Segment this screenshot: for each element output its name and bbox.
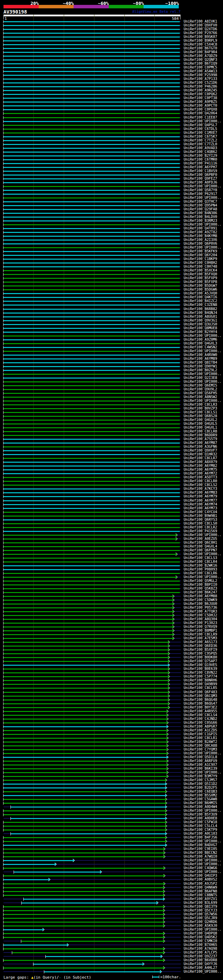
hit-label: UniRef100_C8CLR5 <box>184 686 217 690</box>
alignment-start-tick <box>3 476 3 479</box>
hit-alignment-line <box>3 332 180 333</box>
hit-label: UniRef100_C8CLS3 <box>184 556 217 560</box>
alignment-end-arrow-fill <box>163 890 165 893</box>
hit-label: UniRef100_UPI000.. <box>184 840 221 843</box>
alignment-start-tick <box>3 764 3 767</box>
hit-alignment-line <box>3 508 180 509</box>
hit-alignment-line <box>3 665 168 666</box>
hit-label: UniRef100_B0DK80 <box>184 655 217 659</box>
alignment-end-arrow-fill <box>165 802 167 805</box>
hit-label: UniRef100_Q19VE5 <box>184 663 217 667</box>
alignment-start-tick <box>3 20 3 23</box>
hit-alignment-line <box>3 921 163 923</box>
hit-alignment-line <box>3 48 180 49</box>
alignment-end-arrow-icon <box>163 932 165 935</box>
hit-alignment-line <box>3 554 176 555</box>
hit-label: UniRef100_C3ZEN8 <box>184 303 217 307</box>
hit-alignment-line <box>3 197 180 199</box>
alignment-end-arrow-fill <box>163 905 165 908</box>
hit-alignment-line <box>3 473 180 474</box>
hit-alignment-line <box>3 569 180 570</box>
alignment-start-tick <box>3 966 3 970</box>
hit-label: UniRef100_A0C103 <box>184 832 217 835</box>
alignment-end-arrow-fill <box>167 721 168 724</box>
hit-alignment-line <box>3 56 180 57</box>
hit-label: UniRef100_UPI000.. <box>184 349 221 353</box>
hit-label: UniRef100_C0PMC5 <box>184 66 217 69</box>
alignment-end-arrow-fill <box>172 629 174 632</box>
hit-alignment-line <box>3 33 180 34</box>
alignment-end-arrow-fill <box>168 687 170 689</box>
alignment-start-tick <box>3 606 3 609</box>
alignment-end-arrow-icon <box>167 710 168 713</box>
alignment-end-arrow-fill <box>168 675 170 678</box>
hit-alignment-line <box>3 776 167 777</box>
alignment-end-arrow-fill <box>168 691 170 694</box>
alignment-start-tick <box>3 47 3 50</box>
alignment-end-arrow-fill <box>172 625 174 628</box>
hit-label: UniRef100_Q8ITB4 <box>184 361 217 364</box>
alignment-start-tick <box>3 220 3 223</box>
hit-alignment-line <box>3 469 180 470</box>
hit-alignment-line <box>3 649 168 651</box>
alignment-start-tick <box>3 35 3 38</box>
alignment-start-tick <box>3 909 3 912</box>
hit-alignment-line <box>3 734 167 735</box>
hit-alignment-line <box>3 190 180 191</box>
hit-label: UniRef100_C6TDL5 <box>184 127 217 131</box>
hit-label: UniRef100_B5Y3U9 <box>184 813 217 816</box>
alignment-end-arrow-fill <box>163 966 165 969</box>
alignment-start-tick <box>3 192 3 196</box>
hit-label: UniRef100_B6QG48 <box>184 698 217 702</box>
hit-label: UniRef100_C4JND2 <box>184 717 217 721</box>
alignment-start-tick <box>3 633 3 636</box>
hit-alignment-line <box>3 535 176 536</box>
hit-label: UniRef100_B5FXQ0 <box>184 272 217 276</box>
hit-label: UniRef100_B8MBP1 <box>184 629 217 632</box>
alignment-start-tick <box>3 786 3 789</box>
hit-label: UniRef100_C5MKI0 <box>184 939 217 943</box>
alignment-start-tick <box>3 154 3 158</box>
hit-alignment-line <box>3 860 73 861</box>
alignment-end-arrow-fill <box>167 744 168 747</box>
hit-alignment-line <box>3 707 168 708</box>
hit-label: UniRef100_C5FW18 <box>184 821 217 824</box>
hit-label: UniRef100_Q4GXL3 <box>184 342 217 345</box>
hit-alignment-line <box>3 642 168 643</box>
scale-label: ~100% <box>144 1 179 6</box>
alignment-start-tick <box>3 59 3 62</box>
hit-alignment-line <box>3 289 180 290</box>
alignment-start-tick <box>3 538 3 541</box>
alignment-start-tick <box>3 369 3 372</box>
alignment-end-arrow-icon <box>165 778 167 782</box>
alignment-end-arrow-icon <box>168 655 170 659</box>
alignment-end-arrow-fill <box>165 817 167 820</box>
hit-label: UniRef100_B4KYM8 <box>184 234 217 238</box>
hit-alignment-line <box>3 864 55 865</box>
hit-alignment-line <box>3 270 180 271</box>
hit-alignment-line <box>3 427 180 428</box>
hit-label: UniRef100_A9Z0M6 <box>184 338 217 341</box>
alignment-start-tick <box>3 652 3 655</box>
alignment-start-tick <box>3 449 3 452</box>
hit-label: UniRef100_UPI000.. <box>184 552 221 556</box>
alignment-start-tick <box>3 415 3 418</box>
alignment-end-arrow-icon <box>165 817 167 820</box>
hit-label: UniRef100_Q9U9L2 <box>184 388 217 391</box>
hit-label: UniRef100_C0H748 <box>184 265 217 268</box>
hit-label: UniRef100_A6YM77 <box>184 499 217 502</box>
hit-alignment-line <box>3 558 180 558</box>
hit-alignment-line <box>3 90 180 91</box>
alignment-start-tick <box>3 24 3 27</box>
hit-alignment-line <box>3 504 180 505</box>
hit-label: UniRef100_A7QDZ9 <box>184 54 217 58</box>
hit-label: UniRef100_C5P774 <box>184 675 217 678</box>
alignment-end-arrow-icon <box>163 920 165 924</box>
hit-alignment-line <box>3 423 180 425</box>
alignment-start-tick <box>3 587 3 590</box>
hit-label: UniRef100_B4IZC2 <box>184 299 217 303</box>
alignment-start-tick <box>3 93 3 96</box>
alignment-start-tick <box>3 457 3 460</box>
hit-alignment-line <box>3 450 180 451</box>
alignment-start-tick <box>3 534 3 537</box>
